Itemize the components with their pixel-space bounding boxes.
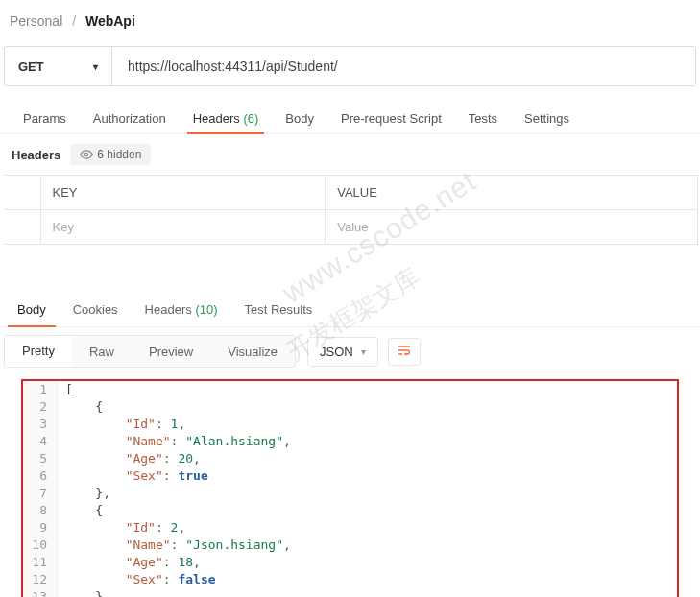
resp-tab-tests[interactable]: Test Results [231, 293, 326, 326]
header-key-col: KEY [40, 176, 326, 210]
code-line: 11 "Age": 18, [23, 554, 677, 571]
line-content: { [58, 398, 103, 416]
line-content: [ [58, 381, 73, 398]
eye-icon [80, 148, 93, 161]
line-number: 6 [23, 467, 58, 485]
tab-headers-label: Headers [193, 111, 240, 126]
line-number: 8 [23, 502, 58, 519]
hidden-headers-text: 6 hidden [97, 148, 141, 161]
line-content: "Age": 20, [58, 450, 201, 467]
line-content: "Age": 18, [58, 554, 201, 571]
code-line: 8 { [23, 502, 677, 519]
chevron-down-icon: ▾ [93, 61, 98, 72]
view-raw[interactable]: Raw [72, 336, 132, 367]
tab-settings[interactable]: Settings [511, 104, 583, 133]
code-line: 3 "Id": 1, [23, 416, 677, 433]
line-number: 5 [23, 450, 58, 467]
code-line: 4 "Name": "Alan.hsiang", [23, 433, 677, 450]
line-number: 11 [23, 554, 58, 571]
tab-body[interactable]: Body [272, 104, 327, 133]
line-number: 1 [23, 381, 58, 398]
resp-tab-headers-label: Headers [145, 302, 192, 317]
chevron-down-icon: ▾ [361, 346, 366, 357]
view-row: Pretty Raw Preview Visualize JSON ▾ [0, 327, 700, 375]
line-content: "Sex": false [58, 571, 216, 588]
breadcrumb: Personal / WebApi [0, 0, 700, 42]
breadcrumb-sep: / [72, 13, 76, 29]
url-input[interactable] [112, 47, 695, 85]
tab-headers[interactable]: Headers (6) [180, 104, 273, 133]
line-content: "Id": 1, [58, 416, 185, 433]
view-visualize[interactable]: Visualize [210, 336, 295, 367]
code-line: 7 }, [23, 485, 677, 502]
line-number: 12 [23, 571, 58, 588]
line-content: }, [58, 485, 110, 502]
code-line: 6 "Sex": true [23, 467, 677, 485]
line-content: "Sex": true [58, 467, 208, 485]
breadcrumb-current: WebApi [85, 13, 135, 29]
line-number: 10 [23, 537, 58, 554]
code-line: 1[ [23, 381, 677, 398]
code-line: 2 { [23, 398, 677, 416]
key-cell[interactable]: Key [40, 210, 326, 245]
http-method-select[interactable]: GET ▾ [5, 47, 112, 85]
headers-table: KEY VALUE Key Value [4, 175, 698, 245]
response-tabs: Body Cookies Headers (10) Test Results [0, 293, 700, 327]
line-number: 2 [23, 398, 58, 416]
wrap-icon [397, 345, 412, 356]
line-number: 3 [23, 416, 58, 433]
svg-point-0 [85, 153, 89, 156]
tab-prerequest[interactable]: Pre-request Script [327, 104, 455, 133]
resp-tab-cookies[interactable]: Cookies [60, 293, 132, 326]
line-content: } [58, 588, 103, 597]
resp-tab-headers[interactable]: Headers (10) [132, 293, 231, 326]
table-row[interactable]: Key Value [4, 210, 698, 245]
headers-subbar: Headers 6 hidden [0, 134, 700, 175]
tab-authorization[interactable]: Authorization [80, 104, 180, 133]
wrap-lines-button[interactable] [388, 338, 421, 366]
headers-label: Headers [12, 148, 60, 162]
header-value-col: VALUE [326, 176, 698, 210]
line-number: 9 [23, 519, 58, 537]
code-line: 12 "Sex": false [23, 571, 677, 588]
view-pretty[interactable]: Pretty [5, 336, 72, 367]
line-number: 7 [23, 485, 58, 502]
line-content: { [58, 502, 103, 519]
request-row: GET ▾ [4, 46, 696, 86]
code-line: 9 "Id": 2, [23, 519, 677, 537]
line-content: "Name": "Alan.hsiang", [58, 433, 291, 450]
response-body[interactable]: 1[2 {3 "Id": 1,4 "Name": "Alan.hsiang",5… [21, 379, 679, 597]
resp-tab-body[interactable]: Body [4, 293, 60, 326]
format-select[interactable]: JSON ▾ [307, 337, 378, 367]
request-tabs: Params Authorization Headers (6) Body Pr… [0, 96, 700, 134]
breadcrumb-root[interactable]: Personal [10, 13, 62, 29]
resp-tab-headers-count: (10) [195, 302, 217, 317]
line-content: "Name": "Json.hsiang", [58, 537, 291, 554]
row-checkbox[interactable] [4, 210, 40, 245]
code-line: 10 "Name": "Json.hsiang", [23, 537, 677, 554]
code-line: 5 "Age": 20, [23, 450, 677, 467]
tab-headers-count: (6) [243, 111, 258, 126]
line-number: 13 [23, 588, 58, 597]
tab-params[interactable]: Params [10, 104, 80, 133]
view-preview[interactable]: Preview [132, 336, 210, 367]
line-number: 4 [23, 433, 58, 450]
hidden-headers-toggle[interactable]: 6 hidden [70, 144, 151, 165]
format-value: JSON [320, 345, 353, 359]
view-group: Pretty Raw Preview Visualize [4, 335, 296, 368]
line-content: "Id": 2, [58, 519, 185, 537]
value-cell[interactable]: Value [326, 210, 698, 245]
tab-tests[interactable]: Tests [455, 104, 511, 133]
code-line: 13 } [23, 588, 677, 597]
header-check-col [4, 176, 40, 210]
http-method-value: GET [18, 60, 44, 74]
